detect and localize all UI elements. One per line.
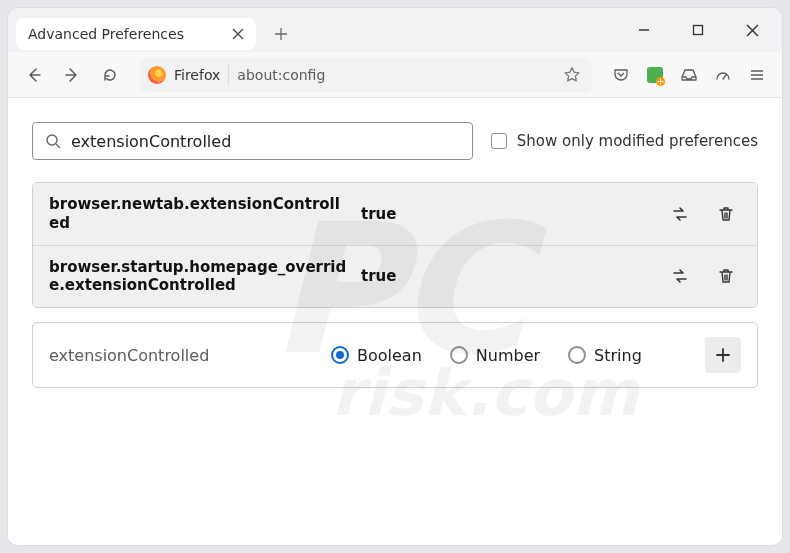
identity-label: Firefox [174, 67, 220, 83]
plus-icon [715, 347, 731, 363]
maximize-button[interactable] [676, 11, 720, 49]
delete-button[interactable] [711, 261, 741, 291]
trash-icon [717, 205, 735, 223]
radio-label: Number [476, 346, 540, 365]
shield-button[interactable] [708, 60, 738, 90]
toolbar-icons [606, 60, 772, 90]
window-controls [622, 11, 782, 49]
toggle-icon [670, 204, 690, 224]
preference-value: true [361, 205, 396, 223]
about-config-content: extensionControlled Show only modified p… [8, 98, 782, 545]
toggle-button[interactable] [665, 199, 695, 229]
trash-icon [717, 267, 735, 285]
add-preference-row: extensionControlled Boolean Number Strin… [32, 322, 758, 388]
minimize-icon [638, 24, 650, 36]
extension-icon [647, 67, 663, 83]
titlebar: Advanced Preferences [8, 8, 782, 52]
star-icon [563, 66, 581, 84]
hamburger-icon [748, 66, 766, 84]
arrow-right-icon [63, 66, 81, 84]
radio-icon [450, 346, 468, 364]
tab-title: Advanced Preferences [28, 26, 184, 42]
pocket-button[interactable] [606, 60, 636, 90]
separator [228, 64, 229, 86]
preference-row[interactable]: browser.startup.homepage_override.extens… [33, 245, 757, 308]
close-icon [232, 28, 244, 40]
checkbox-icon [491, 133, 507, 149]
forward-button[interactable] [56, 59, 88, 91]
reload-button[interactable] [94, 59, 126, 91]
svg-rect-0 [694, 26, 703, 35]
url-text: about:config [237, 67, 325, 83]
preference-value: true [361, 267, 396, 285]
minimize-button[interactable] [622, 11, 666, 49]
maximize-icon [692, 24, 704, 36]
show-modified-toggle[interactable]: Show only modified preferences [491, 132, 758, 150]
preference-actions [665, 261, 741, 291]
back-button[interactable] [18, 59, 50, 91]
radio-number[interactable]: Number [450, 346, 540, 365]
delete-button[interactable] [711, 199, 741, 229]
firefox-logo-icon [148, 66, 166, 84]
search-icon [45, 133, 61, 149]
preference-name: browser.newtab.extensionControlled [49, 195, 349, 233]
toggle-icon [670, 266, 690, 286]
radio-icon [568, 346, 586, 364]
show-modified-label: Show only modified preferences [517, 132, 758, 150]
radio-label: String [594, 346, 642, 365]
close-window-button[interactable] [730, 11, 774, 49]
inbox-button[interactable] [674, 60, 704, 90]
gauge-icon [714, 66, 732, 84]
arrow-left-icon [25, 66, 43, 84]
bookmark-button[interactable] [558, 61, 586, 89]
url-bar[interactable]: Firefox about:config [140, 58, 592, 92]
app-menu-button[interactable] [742, 60, 772, 90]
preferences-list: browser.newtab.extensionControlled true … [32, 182, 758, 308]
search-row: extensionControlled Show only modified p… [32, 122, 758, 160]
radio-boolean[interactable]: Boolean [331, 346, 422, 365]
new-tab-button[interactable] [266, 19, 296, 49]
search-input[interactable]: extensionControlled [32, 122, 473, 160]
preference-actions [665, 199, 741, 229]
reload-icon [101, 66, 119, 84]
type-radio-group: Boolean Number String [331, 346, 683, 365]
svg-point-1 [47, 135, 57, 145]
close-tab-button[interactable] [226, 22, 250, 46]
add-button[interactable] [705, 337, 741, 373]
add-preference-name: extensionControlled [49, 346, 309, 365]
radio-icon [331, 346, 349, 364]
inbox-icon [680, 66, 698, 84]
pocket-icon [612, 66, 630, 84]
active-tab[interactable]: Advanced Preferences [16, 18, 256, 50]
radio-label: Boolean [357, 346, 422, 365]
plus-icon [274, 27, 288, 41]
radio-string[interactable]: String [568, 346, 642, 365]
toggle-button[interactable] [665, 261, 695, 291]
preference-name: browser.startup.homepage_override.extens… [49, 258, 349, 296]
extension-button[interactable] [640, 60, 670, 90]
browser-window: Advanced Preferences [8, 8, 782, 545]
preference-row[interactable]: browser.newtab.extensionControlled true [33, 183, 757, 245]
search-value: extensionControlled [71, 132, 231, 151]
nav-toolbar: Firefox about:config [8, 52, 782, 98]
close-icon [746, 24, 759, 37]
